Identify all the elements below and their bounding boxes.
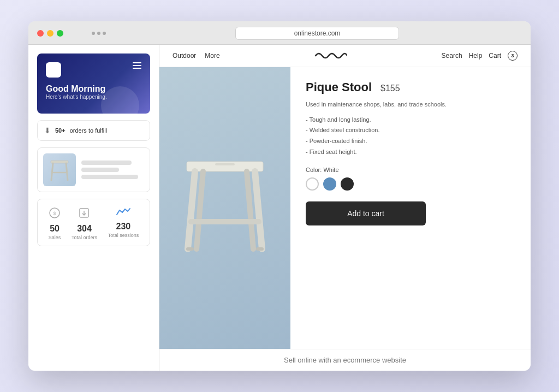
stats-row: $ 50 Sales	[43, 207, 144, 240]
color-options	[306, 177, 515, 191]
browser-content: 🛍 Good Morning Here's what's happening. …	[28, 45, 531, 371]
stats-section: $ 50 Sales	[37, 199, 150, 246]
color-swatch-white[interactable]	[306, 177, 319, 191]
cart-count-badge[interactable]: 3	[508, 51, 518, 61]
svg-line-10	[255, 171, 262, 249]
sales-value: 50	[50, 224, 60, 234]
store-nav-links: Outdoor More	[173, 52, 220, 60]
product-title-row: Pique Stool $155	[306, 80, 515, 94]
product-details: Pique Stool $155 Used in maintenance sho…	[290, 67, 531, 349]
store-nav: Outdoor More Search Help Cart 3	[159, 45, 531, 67]
sessions-icon	[116, 207, 131, 219]
sessions-value: 230	[116, 222, 131, 231]
product-title: Pique Stool	[306, 80, 372, 94]
sales-icon: $	[49, 207, 61, 222]
minimize-button[interactable]	[47, 30, 53, 37]
orders-stat-icon	[78, 207, 90, 222]
sessions-label: Total sessions	[108, 233, 139, 238]
footer-text: Sell online with an ecommerce website	[284, 356, 406, 364]
svg-line-11	[197, 171, 203, 249]
orders-label: orders to fulfill	[70, 127, 107, 134]
add-to-cart-button[interactable]: Add to cart	[306, 201, 426, 225]
product-image	[176, 148, 274, 268]
product-info-placeholder	[81, 161, 144, 179]
nav-more[interactable]: More	[205, 52, 219, 60]
product-line-1	[81, 161, 132, 165]
stat-sessions: 230 Total sessions	[108, 207, 139, 240]
nav-cart[interactable]: Cart	[489, 52, 501, 60]
nav-search[interactable]: Search	[442, 52, 462, 60]
svg-rect-16	[215, 163, 235, 165]
sales-label: Sales	[49, 235, 61, 240]
stat-sales: $ 50 Sales	[49, 207, 61, 240]
svg-line-1	[51, 163, 53, 180]
mobile-app-panel: 🛍 Good Morning Here's what's happening. …	[28, 45, 159, 371]
store-wave-logo	[314, 50, 347, 61]
shopify-logo-icon: 🛍	[50, 66, 57, 74]
product-price: $155	[380, 84, 400, 93]
feature-2: - Welded steel construction.	[306, 125, 515, 136]
svg-text:$: $	[53, 211, 56, 216]
shopify-logo: 🛍	[46, 62, 61, 78]
color-swatch-blue[interactable]	[323, 177, 336, 191]
store-main: Pique Stool $155 Used in maintenance sho…	[159, 67, 531, 349]
product-thumbnail	[43, 153, 76, 186]
hamburger-menu-icon[interactable]	[133, 62, 141, 69]
product-card[interactable]	[37, 147, 150, 192]
orders-stat-label: Total orders	[72, 235, 97, 240]
product-features: - Tough and long lasting. - Welded steel…	[306, 115, 515, 158]
stat-orders: 304 Total orders	[72, 207, 97, 240]
store-nav-right: Search Help Cart 3	[442, 51, 518, 61]
color-swatch-dark[interactable]	[341, 177, 354, 191]
product-line-3	[81, 175, 138, 179]
traffic-lights	[37, 30, 63, 37]
svg-line-2	[66, 163, 68, 180]
color-section: Color: White	[306, 167, 515, 191]
browser-titlebar: onlinestore.com	[28, 21, 531, 45]
orders-value: 304	[77, 224, 92, 234]
nav-outdoor[interactable]: Outdoor	[173, 52, 196, 60]
orders-fulfill-card[interactable]: ⬇ 50+ orders to fulfill	[37, 120, 150, 141]
store-logo	[220, 50, 442, 61]
stool-thumbnail-image	[49, 156, 70, 183]
product-image-area	[159, 67, 290, 349]
color-label: Color: White	[306, 167, 515, 173]
shopify-app-header: 🛍 Good Morning Here's what's happening.	[37, 54, 150, 114]
feature-1: - Tough and long lasting.	[306, 115, 515, 126]
orders-icon: ⬇	[44, 126, 51, 135]
product-description: Used in maintenance shops, labs, and tra…	[306, 100, 515, 109]
svg-rect-8	[187, 162, 263, 171]
ecommerce-panel: Outdoor More Search Help Cart 3	[159, 45, 531, 371]
fullscreen-button[interactable]	[57, 30, 63, 37]
svg-line-9	[188, 171, 195, 249]
feature-3: - Powder-coated finish.	[306, 136, 515, 147]
store-footer: Sell online with an ecommerce website	[159, 349, 531, 371]
svg-line-12	[247, 171, 253, 249]
orders-count: 50+	[55, 127, 66, 134]
url-bar[interactable]: onlinestore.com	[235, 27, 399, 40]
feature-4: - Fixed seat height.	[306, 147, 515, 158]
close-button[interactable]	[37, 30, 44, 37]
nav-dots	[92, 32, 106, 35]
browser-window: onlinestore.com 🛍 Good Morning Here's wh…	[28, 21, 531, 371]
nav-help[interactable]: Help	[469, 52, 483, 60]
product-line-2	[81, 168, 119, 172]
